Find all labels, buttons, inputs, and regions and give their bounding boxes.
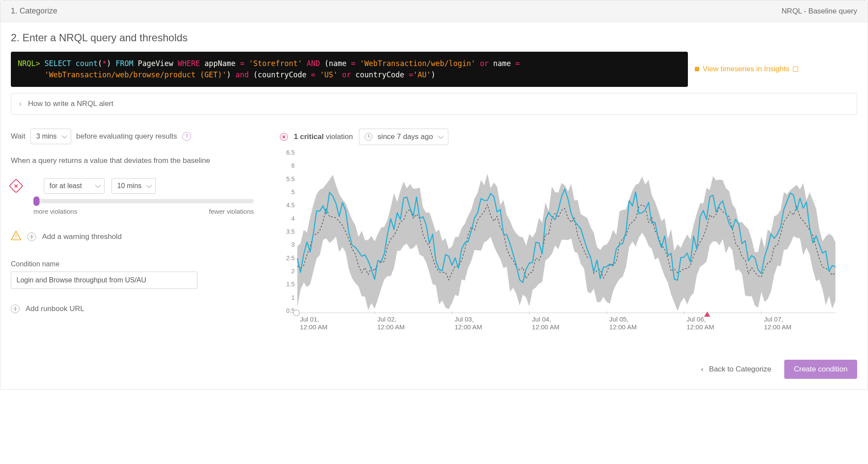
- svg-text:3.5: 3.5: [286, 228, 295, 235]
- plus-icon: [11, 305, 20, 313]
- svg-text:1: 1: [291, 294, 295, 301]
- step1-label[interactable]: 1. Categorize: [11, 7, 57, 16]
- svg-text:Jul 03,: Jul 03,: [454, 315, 473, 323]
- svg-text:12:00 AM: 12:00 AM: [764, 323, 791, 331]
- deviation-description: When a query returns a value that deviat…: [11, 156, 263, 165]
- time-range-select[interactable]: since 7 days ago: [359, 129, 448, 145]
- svg-text:Jul 01,: Jul 01,: [300, 315, 319, 323]
- external-link-icon: [793, 66, 798, 72]
- svg-text:4: 4: [291, 215, 295, 222]
- svg-point-37: [293, 310, 299, 316]
- critical-icon: [9, 179, 23, 193]
- time-range-label: since 7 days ago: [378, 133, 433, 141]
- svg-text:6.5: 6.5: [286, 150, 295, 156]
- svg-text:12:00 AM: 12:00 AM: [454, 323, 482, 331]
- howto-accordion[interactable]: › How to write a NRQL alert: [11, 93, 857, 115]
- baseline-chart: 0.511.522.533.544.555.566.5Jul 01,12:00 …: [280, 150, 857, 338]
- howto-label: How to write a NRQL alert: [28, 99, 113, 108]
- svg-text:4.5: 4.5: [286, 202, 295, 209]
- svg-text:5: 5: [291, 189, 295, 196]
- plus-icon: [27, 232, 36, 241]
- condition-name-label: Condition name: [11, 260, 263, 268]
- svg-text:Jul 05,: Jul 05,: [609, 315, 628, 323]
- svg-text:Jul 04,: Jul 04,: [532, 315, 551, 323]
- svg-text:12:00 AM: 12:00 AM: [609, 323, 637, 331]
- svg-text:6: 6: [291, 162, 295, 169]
- svg-text:Jul 06,: Jul 06,: [687, 315, 706, 323]
- svg-text:12:00 AM: 12:00 AM: [687, 323, 714, 331]
- square-icon: [695, 67, 699, 71]
- step-header: 1. Categorize NRQL - Baseline query: [0, 0, 868, 22]
- svg-text:12:00 AM: 12:00 AM: [377, 323, 404, 331]
- violation-count: 1 critical violation: [294, 133, 353, 141]
- add-runbook-url-button[interactable]: Add runbook URL: [26, 305, 84, 313]
- threshold-duration-select[interactable]: 10 mins: [112, 178, 156, 194]
- wait-prefix: Wait: [11, 132, 25, 141]
- section-title: 2. Enter a NRQL query and thresholds: [0, 22, 868, 52]
- condition-name-input[interactable]: [11, 272, 197, 289]
- view-timeseries-label: View timeseries in Insights: [703, 65, 789, 73]
- svg-text:1.5: 1.5: [286, 281, 295, 288]
- chevron-right-icon: ›: [19, 99, 22, 108]
- add-warning-threshold-button[interactable]: Add a warning threshold: [42, 232, 122, 241]
- sensitivity-slider[interactable]: [33, 199, 254, 203]
- svg-point-1: [16, 238, 16, 239]
- threshold-operator-select[interactable]: for at least: [44, 178, 105, 194]
- nrql-query-editor[interactable]: NRQL> SELECT count(*) FROM PageView WHER…: [11, 52, 688, 87]
- help-icon[interactable]: ?: [182, 132, 191, 141]
- query-type-label: NRQL - Baseline query: [782, 7, 857, 16]
- svg-text:2: 2: [291, 268, 295, 275]
- wait-duration-select[interactable]: 3 mins: [30, 129, 71, 144]
- svg-text:2.5: 2.5: [286, 254, 295, 261]
- clock-icon: [365, 133, 372, 141]
- create-condition-button[interactable]: Create condition: [784, 360, 857, 379]
- svg-text:5.5: 5.5: [286, 175, 295, 182]
- svg-text:Jul 02,: Jul 02,: [377, 315, 396, 323]
- critical-violation-icon: [280, 133, 288, 141]
- slider-right-label: fewer violations: [209, 208, 254, 215]
- svg-text:12:00 AM: 12:00 AM: [532, 323, 559, 331]
- chevron-left-icon: ‹: [701, 365, 704, 373]
- slider-thumb[interactable]: [33, 196, 39, 206]
- slider-left-label: more violations: [33, 208, 77, 215]
- back-label: Back to Categorize: [709, 365, 772, 373]
- wait-suffix: before evaluating query results: [76, 132, 177, 141]
- svg-text:Jul 07,: Jul 07,: [764, 315, 783, 323]
- svg-text:12:00 AM: 12:00 AM: [300, 323, 327, 331]
- back-to-categorize-link[interactable]: ‹ Back to Categorize: [701, 365, 771, 374]
- svg-text:3: 3: [291, 241, 295, 248]
- warning-icon: [11, 231, 21, 243]
- view-timeseries-link[interactable]: View timeseries in Insights: [695, 65, 798, 73]
